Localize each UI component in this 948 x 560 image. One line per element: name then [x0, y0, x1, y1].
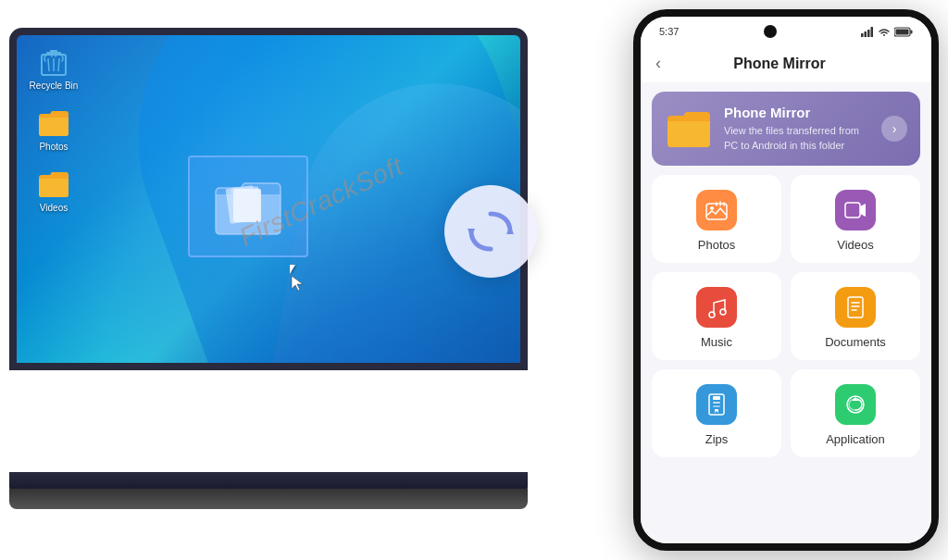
phone-mirror-card-desc: View the files transferred from PC to An…	[724, 124, 870, 153]
photos-folder-icon	[37, 106, 70, 139]
app-tile-documents[interactable]: Documents	[791, 272, 920, 360]
arrow-icon: ›	[892, 121, 897, 136]
phone-mirror-card[interactable]: Phone Mirror View the files transferred …	[652, 92, 920, 166]
phone: 5:37	[633, 9, 939, 555]
zips-app-icon	[696, 384, 737, 425]
svg-rect-10	[867, 30, 870, 37]
signal-icon	[861, 27, 874, 37]
phone-nav-bar: ‹ Phone Mirror	[641, 46, 931, 82]
application-app-label: Application	[826, 432, 885, 446]
big-folder-icon	[211, 174, 285, 239]
svg-rect-8	[861, 33, 864, 37]
app-tile-application[interactable]: Application	[791, 369, 920, 457]
app-tile-videos[interactable]: Videos	[791, 175, 920, 263]
app-tile-zips[interactable]: Zips	[652, 369, 781, 457]
svg-rect-13	[910, 30, 912, 33]
battery-icon	[894, 27, 913, 37]
app-tile-photos[interactable]: Photos	[652, 175, 781, 263]
photos-app-icon	[696, 190, 737, 230]
svg-point-18	[709, 312, 715, 317]
photos-label: Photos	[39, 142, 68, 152]
documents-app-label: Documents	[825, 335, 886, 349]
music-app-icon	[696, 287, 737, 328]
laptop-base	[9, 472, 528, 491]
laptop-screen: Recycle Bin Photos	[17, 35, 520, 363]
status-icons	[861, 27, 913, 37]
phone-mirror-text-block: Phone Mirror View the files transferred …	[724, 105, 870, 153]
svg-point-19	[720, 309, 726, 315]
desktop-icon-photos[interactable]: Photos	[26, 106, 81, 152]
center-folder-selected[interactable]	[188, 156, 308, 257]
phone-content: ‹ Phone Mirror Phone Mirror View the fil…	[641, 46, 931, 543]
phone-mirror-arrow-button[interactable]: ›	[881, 116, 907, 142]
svg-rect-23	[713, 402, 720, 404]
phone-body: 5:37	[633, 9, 939, 551]
app-tile-music[interactable]: Music	[652, 272, 781, 360]
zips-app-label: Zips	[705, 432, 729, 446]
desktop-icon-videos[interactable]: Videos	[26, 167, 81, 213]
svg-rect-20	[848, 297, 863, 317]
recycle-bin-icon	[37, 44, 70, 78]
app-grid: Photos Videos	[652, 175, 920, 457]
svg-point-16	[710, 206, 714, 210]
svg-rect-9	[864, 31, 867, 37]
recycle-bin-label: Recycle Bin	[30, 81, 79, 91]
wifi-icon	[878, 27, 891, 37]
phone-notch-camera	[764, 25, 777, 38]
videos-app-icon	[835, 190, 876, 230]
svg-rect-5	[233, 189, 261, 222]
videos-label: Videos	[40, 203, 68, 213]
laptop-foot	[9, 489, 528, 509]
photos-app-label: Photos	[698, 238, 735, 252]
desktop-icons: Recycle Bin Photos	[26, 44, 81, 213]
desktop-icon-recycle-bin[interactable]: Recycle Bin	[26, 44, 81, 91]
laptop-screen-bezel: Recycle Bin Photos	[9, 28, 528, 370]
videos-folder-icon	[37, 167, 70, 200]
phone-status-bar: 5:37	[641, 17, 931, 46]
svg-rect-11	[870, 27, 873, 37]
svg-rect-17	[845, 203, 860, 218]
application-app-icon	[835, 384, 876, 425]
svg-rect-22	[713, 396, 720, 400]
documents-app-icon	[835, 287, 876, 328]
phone-mirror-card-title: Phone Mirror	[724, 105, 870, 120]
svg-rect-24	[713, 405, 720, 407]
svg-rect-2	[50, 50, 57, 53]
status-time: 5:37	[659, 26, 679, 37]
laptop: Recycle Bin Photos	[9, 28, 537, 528]
phone-mirror-folder-icon	[665, 105, 713, 153]
videos-app-label: Videos	[837, 238, 874, 252]
sync-icon	[464, 205, 518, 258]
sync-button[interactable]	[444, 185, 537, 278]
phone-screen-title: Phone Mirror	[661, 56, 898, 72]
music-app-label: Music	[701, 335, 732, 349]
svg-rect-14	[895, 29, 908, 34]
